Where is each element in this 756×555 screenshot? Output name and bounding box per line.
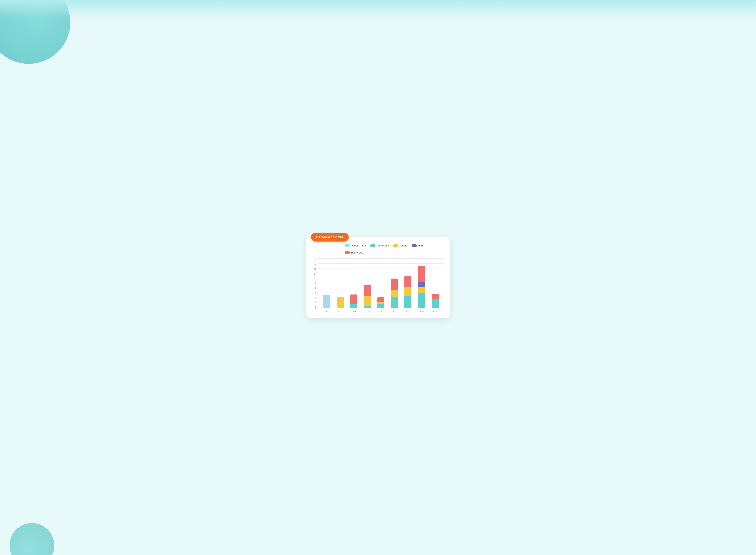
y-axis-label: 14	[314, 273, 316, 275]
y-axis-label: 0	[315, 306, 316, 308]
bg-decor-top-gradient	[0, 0, 756, 19]
bars-container	[318, 258, 443, 308]
x-labels: 201620172018201920202021202220232024	[318, 310, 443, 313]
bar-segment-tradeshows	[377, 297, 384, 302]
bar-segment-publications	[377, 304, 384, 308]
bar-group	[432, 294, 439, 308]
legend-label-posters: Posters	[399, 244, 407, 247]
bar-segment-publications	[418, 293, 425, 308]
bar-group	[418, 266, 425, 308]
bar-group	[337, 297, 344, 308]
y-axis-label: 2	[315, 301, 316, 303]
bar-segment-tradeshows	[350, 295, 357, 304]
x-axis-label: 2022	[404, 310, 411, 313]
y-axis: 02468101214161820	[313, 258, 318, 313]
bar-segment-posters	[404, 287, 411, 296]
legend-swatch-trials	[411, 244, 417, 247]
chart-title: Career Activities	[316, 235, 344, 239]
legend-item-publications: Publications	[370, 244, 389, 247]
bar-segment-posters	[364, 296, 371, 306]
y-axis-label: 6	[315, 292, 316, 294]
x-axis-label: 2023	[418, 310, 425, 313]
x-axis-label: 2020	[377, 310, 384, 313]
legend-item-funded-grants: Funded Grants	[345, 244, 366, 247]
bar-segment-publications	[391, 297, 398, 308]
bar-segment-posters	[391, 290, 398, 297]
chart-card: Funded Grants Publications Posters Trial…	[306, 237, 450, 318]
chart-area: 02468101214161820 2016201720182019202020…	[313, 258, 443, 313]
y-axis-label: 20	[314, 258, 316, 261]
bar-segment-publications	[364, 306, 371, 308]
bar-group	[377, 297, 384, 308]
y-axis-label: 16	[314, 268, 316, 270]
bar-segment-trials	[418, 282, 425, 287]
bar-segment-tradeshows	[432, 294, 439, 299]
bar-group	[364, 285, 371, 308]
bar-segment-funded-grants	[323, 295, 330, 308]
y-axis-label: 18	[314, 263, 316, 265]
bar-segment-tradeshows	[391, 279, 398, 290]
x-axis-label: 2021	[391, 310, 398, 313]
legend-swatch-posters	[393, 244, 398, 247]
x-axis-label: 2019	[364, 310, 371, 313]
title-badge: Career Activities	[311, 233, 349, 242]
bar-group	[350, 295, 357, 308]
bar-group	[391, 279, 398, 308]
y-axis-label: 10	[314, 282, 316, 285]
chart-plot: 201620172018201920202021202220232024	[318, 258, 443, 313]
y-axis-label: 4	[315, 296, 316, 299]
legend-label-funded-grants: Funded Grants	[351, 244, 366, 247]
legend-swatch-publications	[370, 244, 375, 247]
x-axis-label: 2024	[432, 310, 439, 313]
bar-segment-tradeshows	[418, 266, 425, 282]
bar-segment-posters	[337, 297, 344, 308]
bar-segment-tradeshows	[364, 285, 371, 296]
bar-segment-publications	[432, 299, 439, 308]
bar-segment-publications	[350, 304, 357, 308]
x-axis-label: 2016	[323, 310, 330, 313]
bar-segment-posters	[418, 287, 425, 293]
bar-segment-tradeshows	[404, 276, 411, 287]
legend-label-publications: Publications	[376, 244, 389, 247]
bar-group	[323, 295, 330, 308]
legend-swatch-funded-grants	[345, 244, 350, 247]
legend-item-posters: Posters	[393, 244, 407, 247]
bg-decor-circle-bottom	[9, 523, 54, 555]
legend-label-trials: Trials	[418, 244, 424, 247]
legend-item-trials: Trials	[411, 244, 424, 247]
bar-group	[404, 276, 411, 308]
card-wrapper: Career Activities Funded Grants Publicat…	[306, 237, 450, 318]
bar-segment-posters	[377, 302, 384, 304]
y-axis-label: 12	[314, 277, 316, 280]
x-axis-label: 2018	[350, 310, 357, 313]
chart-legend: Funded Grants Publications Posters Trial…	[345, 244, 443, 254]
bar-segment-publications	[404, 296, 411, 308]
legend-label-tradeshows: Tradeshows	[351, 251, 363, 254]
y-axis-label: 8	[315, 287, 316, 289]
legend-swatch-tradeshows	[345, 251, 350, 254]
x-axis-label: 2017	[337, 310, 344, 313]
legend-item-tradeshows: Tradeshows	[345, 251, 363, 254]
